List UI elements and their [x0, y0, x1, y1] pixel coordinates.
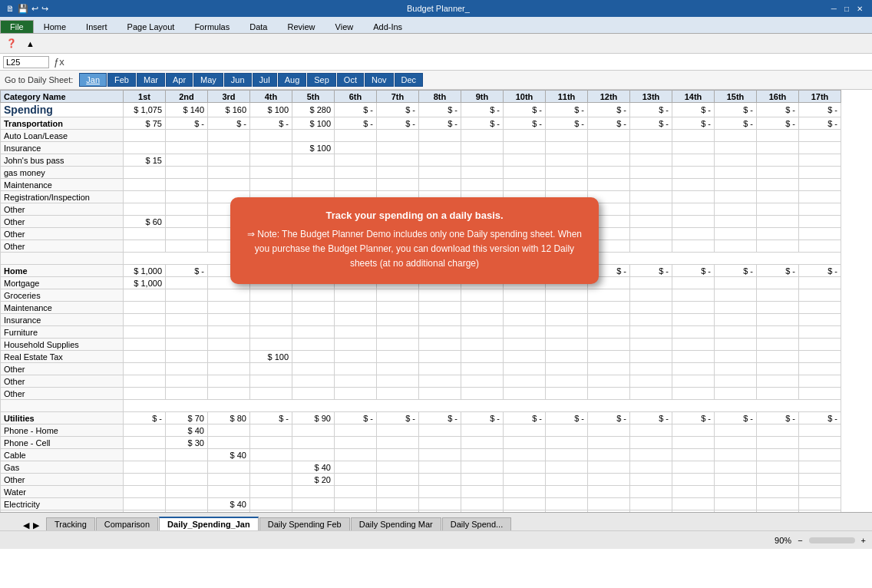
month-mar[interactable]: Mar [137, 73, 165, 87]
auto-loan-3rd[interactable] [208, 130, 250, 142]
auto-loan-2nd[interactable] [166, 130, 208, 142]
month-feb[interactable]: Feb [107, 73, 136, 87]
trans-14th[interactable]: $ - [672, 117, 715, 130]
month-may[interactable]: May [193, 73, 223, 87]
auto-loan-6th[interactable] [335, 130, 377, 142]
tab-home[interactable]: Home [34, 20, 76, 33]
sheet-tab-tracking[interactable]: Tracking [46, 517, 95, 530]
formula-input[interactable] [69, 58, 869, 67]
zoom-slider[interactable] [809, 537, 855, 543]
spending-2nd[interactable]: $ 140 [166, 103, 208, 117]
auto-loan-9th[interactable] [461, 130, 504, 142]
auto-loan-5th[interactable] [292, 130, 335, 142]
sheet-tab-daily-feb[interactable]: Daily Spending Feb [259, 517, 350, 530]
tab-page-layout[interactable]: Page Layout [117, 20, 185, 33]
redo-icon[interactable]: ↪ [41, 4, 48, 14]
sheet-tab-daily-jan[interactable]: Daily_Spending_Jan [159, 517, 259, 530]
trans-15th[interactable]: $ - [715, 117, 757, 130]
auto-loan-15th[interactable] [715, 130, 757, 142]
trans-13th[interactable]: $ - [630, 117, 672, 130]
trans-2nd[interactable]: $ - [166, 117, 208, 130]
trans-12th[interactable]: $ - [588, 117, 630, 130]
zoom-out-icon[interactable]: − [798, 536, 802, 545]
tab-review[interactable]: Review [277, 20, 325, 33]
spending-10th[interactable]: $ - [504, 103, 546, 117]
row-auto-loan: Auto Loan/Lease [1, 130, 841, 142]
month-sep[interactable]: Sep [307, 73, 336, 87]
spending-7th[interactable]: $ - [377, 103, 419, 117]
spending-3rd[interactable]: $ 160 [208, 103, 250, 117]
trans-4th[interactable]: $ - [250, 117, 292, 130]
month-jul[interactable]: Jul [253, 73, 277, 87]
trans-1st[interactable]: $ 75 [124, 117, 166, 130]
spending-1st[interactable]: $ 1,075 [124, 103, 166, 117]
auto-loan-7th[interactable] [377, 130, 419, 142]
auto-loan-1st[interactable] [124, 130, 166, 142]
month-jan[interactable]: Jan [79, 73, 107, 87]
spreadsheet-area[interactable]: Category Name 1st 2nd 3rd 4th 5th 6th 7t… [0, 90, 872, 512]
close-button[interactable]: ✕ [854, 4, 866, 14]
undo-icon[interactable]: ↩ [31, 4, 38, 14]
spending-4th[interactable]: $ 100 [250, 103, 292, 117]
save-icon[interactable]: 💾 [18, 4, 28, 14]
sheet-tab-daily-mar[interactable]: Daily Spending Mar [351, 517, 441, 530]
auto-loan-10th[interactable] [504, 130, 546, 142]
spending-5th[interactable]: $ 280 [292, 103, 335, 117]
spending-11th[interactable]: $ - [546, 103, 588, 117]
month-nav: Go to Daily Sheet: Jan Feb Mar Apr May J… [0, 71, 872, 90]
auto-loan-13th[interactable] [630, 130, 672, 142]
maximize-button[interactable]: □ [841, 4, 852, 14]
trans-7th[interactable]: $ - [377, 117, 419, 130]
spending-13th[interactable]: $ - [630, 103, 672, 117]
ribbon-collapse-icon[interactable]: ▲ [26, 39, 35, 48]
month-oct[interactable]: Oct [337, 73, 364, 87]
tab-file[interactable]: File [0, 20, 34, 33]
trans-6th[interactable]: $ - [335, 117, 377, 130]
bus-pass-label: John's bus pass [1, 154, 124, 167]
month-apr[interactable]: Apr [166, 73, 193, 87]
month-dec[interactable]: Dec [395, 73, 424, 87]
auto-loan-11th[interactable] [546, 130, 588, 142]
trans-11th[interactable]: $ - [546, 117, 588, 130]
trans-10th[interactable]: $ - [504, 117, 546, 130]
month-aug[interactable]: Aug [278, 73, 307, 87]
minimize-button[interactable]: ─ [828, 4, 840, 14]
spending-8th[interactable]: $ - [419, 103, 461, 117]
spending-15th[interactable]: $ - [715, 103, 757, 117]
tab-view[interactable]: View [325, 20, 364, 33]
auto-loan-8th[interactable] [419, 130, 461, 142]
col-header-1st: 1st [124, 91, 166, 103]
auto-loan-14th[interactable] [672, 130, 715, 142]
ribbon-help-icon[interactable]: ❓ [6, 38, 17, 48]
sheet-tab-comparison[interactable]: Comparison [96, 517, 158, 530]
tab-data[interactable]: Data [239, 20, 277, 33]
month-jun[interactable]: Jun [224, 73, 252, 87]
sheet-nav-next[interactable]: ▶ [33, 520, 39, 530]
month-nov[interactable]: Nov [365, 73, 394, 87]
sheet-nav-prev[interactable]: ◀ [23, 520, 29, 530]
ribbon-bar: ❓ ▲ [0, 34, 872, 54]
spending-14th[interactable]: $ - [672, 103, 715, 117]
trans-5th[interactable]: $ 100 [292, 117, 335, 130]
spending-9th[interactable]: $ - [461, 103, 504, 117]
sheet-tab-daily-more[interactable]: Daily Spend... [442, 517, 511, 530]
spending-6th[interactable]: $ - [335, 103, 377, 117]
zoom-in-icon[interactable]: + [861, 536, 866, 545]
spending-12th[interactable]: $ - [588, 103, 630, 117]
auto-loan-12th[interactable] [588, 130, 630, 142]
trans-17th[interactable]: $ - [799, 117, 841, 130]
trans-3rd[interactable]: $ - [208, 117, 250, 130]
auto-loan-17th[interactable] [799, 130, 841, 142]
tab-formulas[interactable]: Formulas [184, 20, 239, 33]
spending-16th[interactable]: $ - [757, 103, 799, 117]
trans-8th[interactable]: $ - [419, 117, 461, 130]
auto-loan-4th[interactable] [250, 130, 292, 142]
tab-insert[interactable]: Insert [76, 20, 117, 33]
tab-add-ins[interactable]: Add-Ins [363, 20, 412, 33]
auto-loan-16th[interactable] [757, 130, 799, 142]
trans-16th[interactable]: $ - [757, 117, 799, 130]
other-util-label: Other [1, 474, 124, 486]
cell-reference[interactable] [3, 56, 49, 68]
trans-9th[interactable]: $ - [461, 117, 504, 130]
spending-17th[interactable]: $ - [799, 103, 841, 117]
